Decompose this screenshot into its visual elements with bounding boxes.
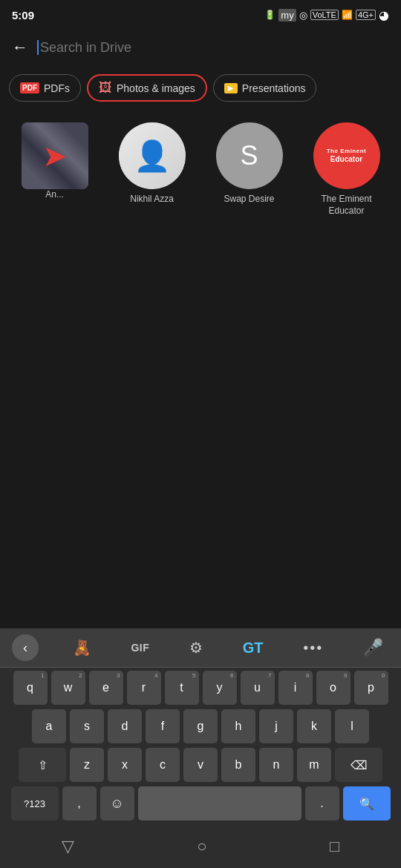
keyboard-more-button[interactable]: •••	[297, 637, 329, 660]
item-label: The EminentEducator	[321, 194, 371, 217]
key-d[interactable]: d	[108, 709, 142, 743]
keyboard: ‹ 🧸 GIF ⚙ GT ••• 🎤 1q 2w 3e 4r 5t 6y	[0, 628, 401, 868]
item-label: Swap Desire	[224, 194, 274, 206]
status-time: 5:09	[12, 9, 34, 22]
content-grid: ➤ An... Nikhil Azza S Swap Desire The Em…	[0, 108, 401, 231]
key-emoji[interactable]: ☺	[100, 786, 134, 821]
chevron-left-icon: ‹	[23, 640, 27, 656]
key-k[interactable]: k	[297, 709, 331, 743]
back-button[interactable]: ←	[12, 38, 28, 57]
battery-icon: 🔋	[264, 10, 276, 20]
key-row-2: a s d f g h j k l	[3, 709, 398, 743]
red-arrow-icon: ➤	[42, 139, 68, 173]
key-symbols[interactable]: ?123	[11, 786, 59, 821]
back-arrow-icon: ←	[12, 38, 28, 57]
key-row-3: ⇧ z x c v b n m ⌫	[3, 748, 398, 782]
key-row-1: 1q 2w 3e 4r 5t 6y 7u 8i 9o 0p	[3, 671, 398, 705]
educator-bottom-text: Educator	[330, 155, 362, 164]
educator-top-text: The Eminent	[327, 148, 367, 155]
key-n[interactable]: n	[259, 748, 293, 782]
list-item[interactable]: Nikhil Azza	[103, 116, 200, 223]
avatar-photo	[119, 122, 186, 189]
search-input-container[interactable]	[37, 40, 389, 56]
avatar	[119, 122, 186, 189]
keyboard-gif-button[interactable]: GIF	[125, 639, 155, 657]
key-r[interactable]: 4r	[127, 671, 161, 705]
key-space[interactable]	[138, 786, 301, 821]
nav-back-icon: ▽	[62, 837, 74, 855]
pdf-icon: PDF	[20, 82, 39, 93]
nav-home-icon: ○	[197, 837, 206, 855]
search-bar: ←	[0, 27, 401, 68]
key-w[interactable]: 2w	[51, 671, 85, 705]
nav-home-button[interactable]: ○	[179, 834, 224, 859]
key-j[interactable]: j	[259, 709, 293, 743]
gif-label: GIF	[131, 642, 149, 654]
cast-icon: ◎	[299, 10, 307, 21]
keyboard-toolbar: ‹ 🧸 GIF ⚙ GT ••• 🎤	[0, 628, 401, 668]
4g-icon: 4G+	[356, 10, 376, 20]
keyboard-settings-button[interactable]: ⚙	[183, 636, 209, 660]
key-t[interactable]: 5t	[165, 671, 199, 705]
list-item[interactable]: The Eminent Educator The EminentEducator	[298, 116, 395, 223]
gear-icon: ⚙	[189, 639, 203, 657]
nav-back-button[interactable]: ▽	[44, 834, 92, 859]
key-b[interactable]: b	[221, 748, 255, 782]
key-search[interactable]: 🔍	[343, 786, 391, 821]
key-z[interactable]: z	[70, 748, 104, 782]
translate-icon: GT	[243, 640, 264, 657]
keyboard-rows: 1q 2w 3e 4r 5t 6y 7u 8i 9o 0p a s d f g …	[0, 668, 401, 828]
key-f[interactable]: f	[146, 709, 180, 743]
keyboard-collapse-button[interactable]: ‹	[12, 634, 39, 661]
key-m[interactable]: m	[297, 748, 331, 782]
signal-icon: 📶	[342, 10, 353, 20]
item-label: Nikhil Azza	[130, 194, 174, 206]
key-e[interactable]: 3e	[89, 671, 123, 705]
thumbnail-image: ➤	[22, 122, 88, 189]
key-a[interactable]: a	[32, 709, 66, 743]
more-icon: •••	[303, 640, 323, 657]
chip-pdfs-label: PDFs	[44, 82, 70, 94]
keyboard-translate-button[interactable]: GT	[237, 637, 270, 660]
avatar-educator: The Eminent Educator	[313, 122, 380, 189]
key-u[interactable]: 7u	[241, 671, 275, 705]
filter-row: PDF PDFs 🖼 Photos & images ▶ Presentatio…	[0, 68, 401, 108]
network-icon: ◕	[379, 8, 389, 22]
keyboard-mic-button[interactable]: 🎤	[357, 635, 389, 660]
key-period[interactable]: .	[305, 786, 339, 821]
nav-recent-icon: □	[330, 837, 339, 855]
key-h[interactable]: h	[221, 709, 255, 743]
lte-icon: VoLTE	[310, 10, 339, 20]
key-row-4: ?123 , ☺ . 🔍	[3, 786, 398, 821]
keyboard-sticker-button[interactable]: 🧸	[67, 636, 97, 660]
nav-bar: ▽ ○ □	[0, 828, 401, 868]
key-x[interactable]: x	[108, 748, 142, 782]
chip-photos-label: Photos & images	[117, 82, 195, 94]
my-icon: my	[278, 9, 296, 22]
key-v[interactable]: v	[183, 748, 218, 782]
key-backspace[interactable]: ⌫	[335, 748, 382, 782]
key-shift[interactable]: ⇧	[19, 748, 66, 782]
key-g[interactable]: g	[183, 709, 218, 743]
key-s[interactable]: s	[70, 709, 104, 743]
list-item[interactable]: ➤ An...	[6, 116, 103, 223]
sticker-icon: 🧸	[73, 639, 91, 657]
key-p[interactable]: 0p	[354, 671, 388, 705]
chip-pdfs[interactable]: PDF PDFs	[9, 74, 81, 102]
chip-photos[interactable]: 🖼 Photos & images	[87, 74, 207, 102]
photo-icon: 🖼	[99, 80, 112, 96]
avatar-letter: S	[216, 122, 283, 189]
key-y[interactable]: 6y	[203, 671, 237, 705]
chip-presentations[interactable]: ▶ Presentations	[213, 74, 317, 102]
search-input[interactable]	[40, 40, 389, 56]
status-bar: 5:09 🔋 my ◎ VoLTE 📶 4G+ ◕	[0, 0, 401, 27]
mic-icon: 🎤	[363, 638, 383, 657]
key-c[interactable]: c	[146, 748, 180, 782]
key-q[interactable]: 1q	[13, 671, 48, 705]
key-comma[interactable]: ,	[62, 786, 97, 821]
key-o[interactable]: 9o	[316, 671, 351, 705]
key-i[interactable]: 8i	[278, 671, 313, 705]
key-l[interactable]: l	[335, 709, 369, 743]
nav-recent-button[interactable]: □	[312, 834, 357, 859]
list-item[interactable]: S Swap Desire	[200, 116, 298, 223]
